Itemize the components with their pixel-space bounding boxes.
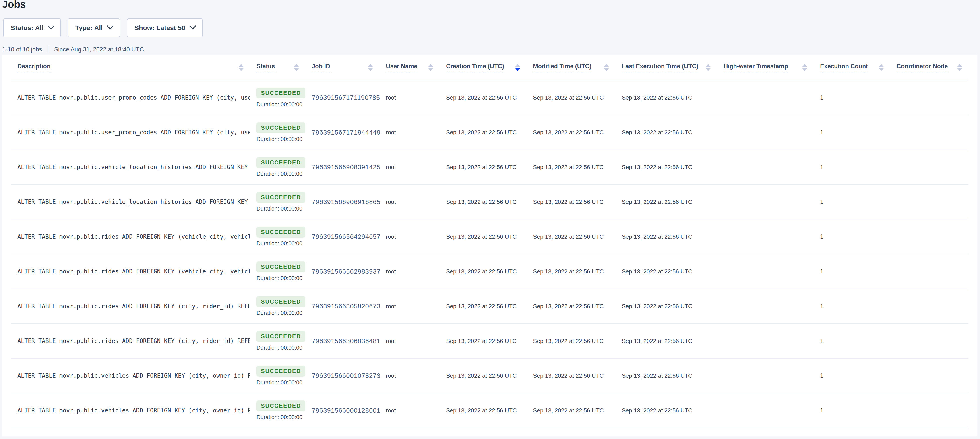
job-id: 796391566562983937 [305,254,379,288]
column-header-last-execution-time[interactable]: Last Execution Time (UTC) [615,55,717,80]
chevron-down-icon [107,22,113,29]
coordinator-node [890,324,969,358]
sort-arrows-icon [428,64,433,71]
job-description: ALTER TABLE movr.public.rides ADD FOREIG… [11,254,250,288]
user-name: root [379,254,439,288]
creation-time: Sep 13, 2022 at 22:56 UTC [439,220,527,254]
job-id: 796391567171190785 [305,81,379,115]
creation-time: Sep 13, 2022 at 22:56 UTC [439,150,527,184]
table-row: ALTER TABLE movr.public.rides ADD FOREIG… [11,324,969,358]
modified-time: Sep 13, 2022 at 22:56 UTC [527,150,615,184]
table-row: ALTER TABLE movr.public.vehicle_location… [11,150,969,185]
table-row: ALTER TABLE movr.public.rides ADD FOREIG… [11,289,969,324]
modified-time: Sep 13, 2022 at 22:56 UTC [527,220,615,254]
table-row: ALTER TABLE movr.public.vehicles ADD FOR… [11,358,969,393]
status-filter-dropdown[interactable]: Status: All [3,18,61,37]
column-header-modified-time[interactable]: Modified Time (UTC) [527,55,615,80]
creation-time: Sep 13, 2022 at 22:56 UTC [439,81,527,115]
status-cell: SUCCEEDED Duration: 00:00:00 [250,81,305,115]
last-execution-time: Sep 13, 2022 at 22:56 UTC [615,115,717,149]
job-id: 796391566001078273 [305,358,379,393]
job-description: ALTER TABLE movr.public.rides ADD FOREIG… [11,324,250,358]
jobs-table: Description Status Job ID User Name Crea… [2,55,977,436]
status-cell: SUCCEEDED Duration: 00:00:00 [250,289,305,323]
job-description: ALTER TABLE movr.public.rides ADD FOREIG… [11,220,250,254]
job-id: 796391566564294657 [305,220,379,254]
last-execution-time: Sep 13, 2022 at 22:56 UTC [615,324,717,358]
modified-time: Sep 13, 2022 at 22:56 UTC [527,81,615,115]
modified-time: Sep 13, 2022 at 22:56 UTC [527,393,615,428]
sort-arrows-icon [879,64,884,71]
column-header-job-id[interactable]: Job ID [305,55,379,80]
column-header-description[interactable]: Description [11,55,250,80]
column-header-coordinator-node[interactable]: Coordinator Node [890,55,969,80]
column-header-execution-count[interactable]: Execution Count [813,55,890,80]
job-description: ALTER TABLE movr.public.rides ADD FOREIG… [11,289,250,323]
column-header-creation-time[interactable]: Creation Time (UTC) [439,55,527,80]
status-badge: SUCCEEDED [256,192,305,203]
job-id: 796391566000128001 [305,393,379,428]
high-water-timestamp [717,150,813,184]
status-badge: SUCCEEDED [256,157,305,168]
job-duration: Duration: 00:00:00 [256,171,302,177]
status-cell: SUCCEEDED Duration: 00:00:00 [250,150,305,184]
execution-count: 1 [813,81,890,115]
last-execution-time: Sep 13, 2022 at 22:56 UTC [615,220,717,254]
job-duration: Duration: 00:00:00 [256,344,302,351]
high-water-timestamp [717,220,813,254]
execution-count: 1 [813,324,890,358]
job-id: 796391566306836481 [305,324,379,358]
user-name: root [379,220,439,254]
creation-time: Sep 13, 2022 at 22:56 UTC [439,324,527,358]
status-cell: SUCCEEDED Duration: 00:00:00 [250,358,305,393]
modified-time: Sep 13, 2022 at 22:56 UTC [527,185,615,219]
last-execution-time: Sep 13, 2022 at 22:56 UTC [615,185,717,219]
execution-count: 1 [813,289,890,323]
table-row: ALTER TABLE movr.public.vehicle_location… [11,185,969,220]
execution-count: 1 [813,185,890,219]
user-name: root [379,115,439,149]
results-since: Since Aug 31, 2022 at 18:40 UTC [54,46,144,53]
table-row: ALTER TABLE movr.public.user_promo_codes… [11,81,969,115]
status-cell: SUCCEEDED Duration: 00:00:00 [250,185,305,219]
status-badge: SUCCEEDED [256,366,305,377]
job-id: 796391566908391425 [305,150,379,184]
status-cell: SUCCEEDED Duration: 00:00:00 [250,254,305,288]
show-filter-dropdown[interactable]: Show: Latest 50 [127,18,203,37]
status-cell: SUCCEEDED Duration: 00:00:00 [250,324,305,358]
modified-time: Sep 13, 2022 at 22:56 UTC [527,289,615,323]
table-header-row: Description Status Job ID User Name Crea… [11,55,969,81]
last-execution-time: Sep 13, 2022 at 22:56 UTC [615,150,717,184]
column-header-user-name[interactable]: User Name [379,55,439,80]
page-title: Jobs [2,0,25,10]
job-duration: Duration: 00:00:00 [256,206,302,212]
job-description: ALTER TABLE movr.public.vehicle_location… [11,185,250,219]
user-name: root [379,81,439,115]
job-id: 796391566305820673 [305,289,379,323]
job-id: 796391566906916865 [305,185,379,219]
column-header-high-water-timestamp[interactable]: High-water Timestamp [717,55,813,80]
coordinator-node [890,393,969,428]
execution-count: 1 [813,220,890,254]
chevron-down-icon [189,22,196,29]
execution-count: 1 [813,254,890,288]
sort-arrows-icon [294,64,299,71]
high-water-timestamp [717,254,813,288]
creation-time: Sep 13, 2022 at 22:56 UTC [439,115,527,149]
creation-time: Sep 13, 2022 at 22:56 UTC [439,358,527,393]
user-name: root [379,393,439,428]
sort-arrows-icon [706,64,711,71]
status-badge: SUCCEEDED [256,401,305,411]
coordinator-node [890,150,969,184]
status-badge: SUCCEEDED [256,331,305,342]
high-water-timestamp [717,289,813,323]
type-filter-dropdown[interactable]: Type: All [68,18,120,37]
status-filter-label: Status: All [11,24,43,32]
column-header-status[interactable]: Status [250,55,305,80]
user-name: root [379,185,439,219]
job-duration: Duration: 00:00:00 [256,275,302,281]
sort-arrows-icon [515,64,520,71]
high-water-timestamp [717,185,813,219]
status-cell: SUCCEEDED Duration: 00:00:00 [250,220,305,254]
user-name: root [379,289,439,323]
